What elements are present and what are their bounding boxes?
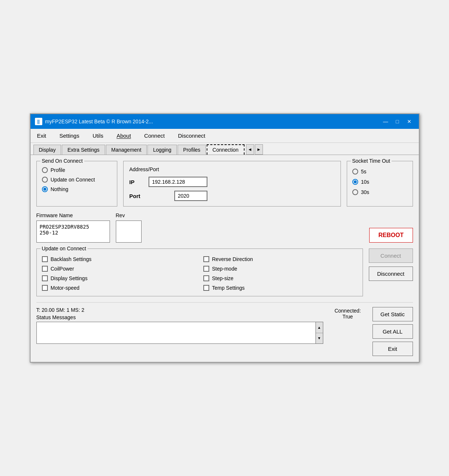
firmware-name-group: Firmware Name PRO2ESP32DRV8825 250-12 <box>36 212 110 243</box>
radio-profile[interactable]: Profile <box>42 167 112 173</box>
checkbox-temp-settings <box>203 285 209 291</box>
socket-radios: 5s 10s 30s <box>352 169 407 195</box>
menu-exit[interactable]: Exit <box>35 131 49 140</box>
menu-bar: Exit Settings Utils About Connect Discon… <box>31 129 419 143</box>
status-info-line: T: 20.00 SM: 1 MS: 2 <box>36 307 323 313</box>
status-msgs-label: Status Messages <box>36 314 323 320</box>
right-buttons: Get Static Get ALL Exit <box>373 307 413 356</box>
firmware-section: Firmware Name PRO2ESP32DRV8825 250-12 Re… <box>36 212 413 243</box>
address-group: Address/Port IP Port <box>123 161 341 207</box>
top-section: Send On Connect Profile Update on Connec… <box>36 161 413 207</box>
disconnect-button[interactable]: Disconnect <box>369 267 413 281</box>
send-on-connect-group: Send On Connect Profile Update on Connec… <box>36 161 117 207</box>
status-textarea-wrapper: ▲ ▼ <box>36 322 323 344</box>
connect-button[interactable]: Connect <box>369 248 413 263</box>
tab-nav-next[interactable]: ► <box>255 144 263 155</box>
send-on-connect-radios: Profile Update on Connect Nothing <box>42 167 112 192</box>
connected-label: Connected: <box>335 308 361 314</box>
connected-value: True <box>342 314 353 320</box>
minimize-button[interactable]: — <box>381 117 391 126</box>
status-left: T: 20.00 SM: 1 MS: 2 Status Messages ▲ ▼ <box>36 307 323 356</box>
menu-about[interactable]: About <box>114 131 133 140</box>
connected-info: Connected: True <box>328 307 368 356</box>
radio-nothing-circle <box>42 186 48 192</box>
scroll-down-btn[interactable]: ▼ <box>316 333 323 344</box>
port-label: Port <box>129 193 144 199</box>
get-static-button[interactable]: Get Static <box>373 307 413 321</box>
title-bar-controls: — □ ✕ <box>381 117 414 126</box>
update-connect-row: Update on Connect Backlash Settings Reve… <box>36 248 413 296</box>
socket-timeout-title: Socket Time Out <box>351 158 392 164</box>
maximize-button[interactable]: □ <box>392 117 403 126</box>
radio-10s[interactable]: 10s <box>352 179 407 185</box>
port-row: Port <box>129 191 335 201</box>
scrollbar: ▲ ▼ <box>316 322 323 344</box>
check-coil-power[interactable]: CoilPower <box>42 266 196 272</box>
tab-management[interactable]: Management <box>106 145 147 155</box>
ip-input[interactable] <box>149 177 207 187</box>
check-reverse-dir[interactable]: Reverse Direction <box>203 256 357 262</box>
close-button[interactable]: ✕ <box>404 117 414 126</box>
check-motor-speed[interactable]: Motor-speed <box>42 285 196 291</box>
radio-nothing[interactable]: Nothing <box>42 186 112 192</box>
radio-30s-circle <box>352 189 358 195</box>
tab-display[interactable]: Display <box>33 145 61 155</box>
ip-label: IP <box>129 179 144 185</box>
scroll-up-btn[interactable]: ▲ <box>316 322 323 333</box>
status-textarea[interactable] <box>36 322 316 344</box>
check-display-settings[interactable]: Display Settings <box>42 275 196 281</box>
checkbox-display-settings <box>42 275 48 281</box>
tab-profiles[interactable]: Profiles <box>178 145 206 155</box>
address-title: Address/Port <box>129 166 335 172</box>
checkbox-step-mode <box>203 266 209 272</box>
status-section: T: 20.00 SM: 1 MS: 2 Status Messages ▲ ▼… <box>36 302 413 356</box>
radio-10s-circle <box>352 179 358 185</box>
socket-timeout-group: Socket Time Out 5s 10s 30s <box>347 161 413 207</box>
radio-update-circle <box>42 177 48 183</box>
content-area: Send On Connect Profile Update on Connec… <box>31 155 419 362</box>
firmware-rev-label: Rev <box>116 212 142 218</box>
checkbox-step-size <box>203 275 209 281</box>
firmware-rev-group: Rev <box>116 212 142 243</box>
title-bar: || myFP2ESP32 Latest Beta © R Brown 2014… <box>31 114 419 129</box>
menu-disconnect[interactable]: Disconnect <box>176 131 207 140</box>
menu-utils[interactable]: Utils <box>90 131 106 140</box>
firmware-rev-input[interactable] <box>116 221 142 243</box>
update-on-connect-group: Update on Connect Backlash Settings Reve… <box>36 248 363 296</box>
checkbox-coil-power <box>42 266 48 272</box>
update-on-connect-title: Update on Connect <box>40 246 88 251</box>
radio-profile-circle <box>42 167 48 173</box>
firmware-name-input[interactable]: PRO2ESP32DRV8825 250-12 <box>36 221 110 243</box>
radio-5s-circle <box>352 169 358 174</box>
title-bar-left: || myFP2ESP32 Latest Beta © R Brown 2014… <box>35 118 153 125</box>
tab-logging[interactable]: Logging <box>147 145 177 155</box>
menu-settings[interactable]: Settings <box>57 131 82 140</box>
update-on-connect-checks: Backlash Settings Reverse Direction Coil… <box>42 256 357 291</box>
tab-nav-prev[interactable]: ◄ <box>246 144 254 155</box>
tab-connection[interactable]: Connection <box>207 144 245 155</box>
tab-extra-settings[interactable]: Extra Settings <box>62 145 105 155</box>
check-step-mode[interactable]: Step-mode <box>203 266 357 272</box>
check-step-size[interactable]: Step-size <box>203 275 357 281</box>
tab-bar: Display Extra Settings Management Loggin… <box>31 143 419 155</box>
window-title: myFP2ESP32 Latest Beta © R Brown 2014-2.… <box>45 119 153 124</box>
ip-row: IP <box>129 177 335 187</box>
app-icon: || <box>35 118 42 125</box>
radio-update-on-connect[interactable]: Update on Connect <box>42 177 112 183</box>
menu-connect[interactable]: Connect <box>142 131 167 140</box>
main-window: || myFP2ESP32 Latest Beta © R Brown 2014… <box>30 113 420 363</box>
checkbox-backlash <box>42 256 48 262</box>
checkbox-motor-speed <box>42 285 48 291</box>
action-buttons: Connect Disconnect <box>369 248 413 281</box>
send-on-connect-title: Send On Connect <box>40 158 84 164</box>
check-backlash[interactable]: Backlash Settings <box>42 256 196 262</box>
exit-button[interactable]: Exit <box>373 342 413 356</box>
port-input[interactable] <box>174 191 207 201</box>
firmware-name-label: Firmware Name <box>36 212 110 218</box>
get-all-button[interactable]: Get ALL <box>373 324 413 339</box>
check-temp-settings[interactable]: Temp Settings <box>203 285 357 291</box>
checkbox-reverse-dir <box>203 256 209 262</box>
radio-30s[interactable]: 30s <box>352 189 407 195</box>
reboot-button[interactable]: REBOOT <box>369 228 413 243</box>
radio-5s[interactable]: 5s <box>352 169 407 174</box>
